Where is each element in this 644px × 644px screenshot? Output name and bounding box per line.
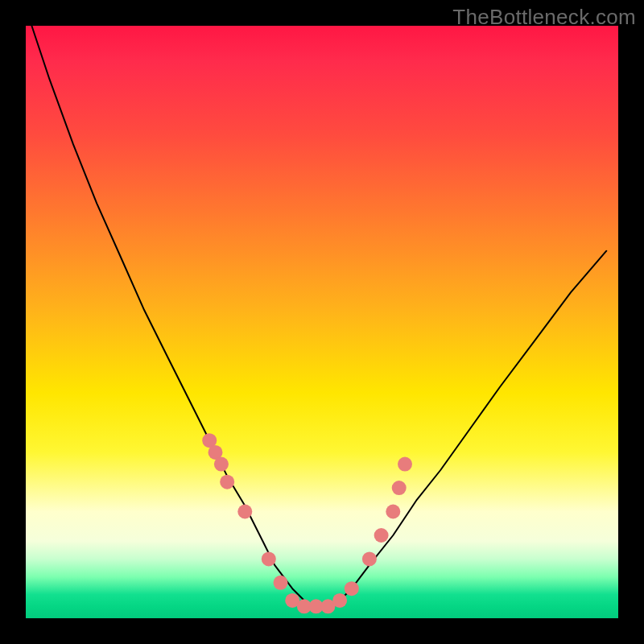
data-point bbox=[262, 551, 276, 566]
data-point bbox=[332, 593, 347, 608]
data-point bbox=[220, 475, 234, 489]
chart-svg bbox=[26, 26, 618, 618]
data-point bbox=[398, 457, 412, 472]
plot-area bbox=[26, 26, 618, 618]
data-point bbox=[374, 528, 389, 543]
data-point bbox=[274, 576, 288, 590]
data-point bbox=[214, 457, 229, 472]
data-point bbox=[345, 581, 359, 596]
data-point bbox=[362, 551, 377, 566]
curve-path bbox=[31, 26, 606, 606]
watermark-text: TheBottleneck.com bbox=[452, 5, 636, 30]
data-point bbox=[386, 505, 400, 519]
data-point bbox=[237, 505, 252, 519]
chart-stage: TheBottleneck.com bbox=[0, 0, 644, 644]
data-point bbox=[392, 481, 407, 495]
